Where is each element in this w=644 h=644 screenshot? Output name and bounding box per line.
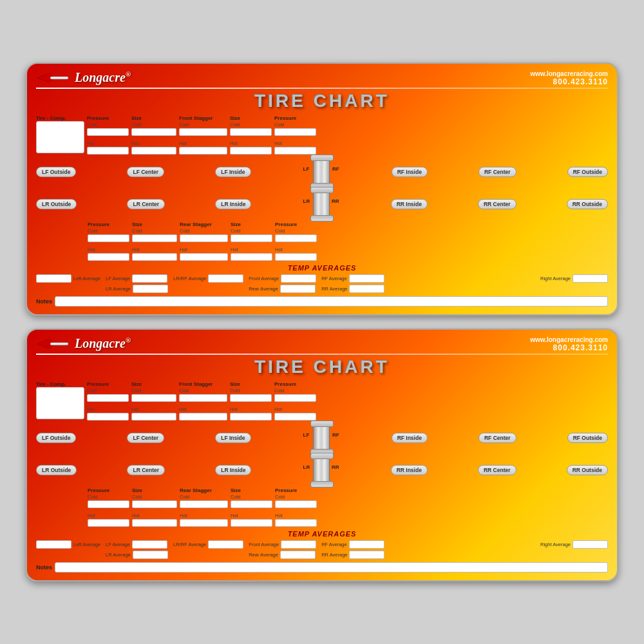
- size2-hot-label: Hot: [230, 406, 272, 412]
- lf-avg-label: LF Average: [106, 276, 130, 281]
- rear-stagger-hot-label: Hot: [180, 513, 228, 518]
- lf-center-button[interactable]: LF Center: [127, 167, 164, 177]
- rear-avg-input[interactable]: [280, 285, 316, 293]
- rr-inside-button[interactable]: RR Inside: [391, 465, 428, 475]
- card-header: Longacre® www.longacreracing.com 800.423…: [36, 70, 608, 86]
- size2-hot-input[interactable]: [230, 147, 272, 155]
- rear-size-hot-input[interactable]: [132, 519, 177, 527]
- stagger-cold-input[interactable]: [179, 394, 227, 402]
- notes-label: Notes: [36, 298, 52, 305]
- lf-outside-button[interactable]: LF Outside: [36, 167, 76, 177]
- left-avg-input[interactable]: [36, 540, 71, 549]
- size2-cold-input[interactable]: [230, 394, 272, 402]
- lf-inside-button[interactable]: LF Inside: [215, 167, 251, 177]
- rear-size2-cold-input[interactable]: [231, 500, 272, 508]
- tire-comp-input[interactable]: [36, 387, 84, 419]
- pressure2-hot-input[interactable]: [274, 147, 316, 155]
- rear-size2-hot-input[interactable]: [231, 253, 272, 261]
- stagger-hot-input[interactable]: [179, 413, 227, 421]
- size2-cold-input[interactable]: [230, 128, 272, 136]
- size-hot-label: Hot: [131, 406, 176, 412]
- lf-avg-input[interactable]: [132, 540, 167, 549]
- pressure2-label: Pressure: [274, 115, 316, 121]
- rear-size-cold-input[interactable]: [132, 500, 177, 508]
- notes-input[interactable]: [55, 562, 608, 573]
- lr-center-button[interactable]: LR Center: [127, 465, 165, 475]
- rf-inside-button[interactable]: RF Inside: [392, 433, 428, 443]
- rr-avg-input[interactable]: [349, 285, 384, 293]
- rear-stagger-hot-input[interactable]: [180, 519, 228, 527]
- rf-avg-input[interactable]: [349, 274, 384, 283]
- rf-center-button[interactable]: RF Center: [478, 433, 516, 443]
- bolt-icon: [313, 157, 330, 187]
- front-stagger-group: Front Stagger Cold Hot: [179, 381, 227, 421]
- pressure-hot-input[interactable]: [87, 147, 129, 155]
- rear-pressure-hot-input[interactable]: [88, 519, 129, 527]
- lr-outside-button[interactable]: LR Outside: [36, 465, 77, 475]
- lf-center-button[interactable]: LF Center: [127, 433, 164, 443]
- rr-outside-button[interactable]: RR Outside: [567, 465, 608, 475]
- rear-stagger-cold-input[interactable]: [180, 500, 228, 508]
- rf-outside-button[interactable]: RF Outside: [567, 433, 608, 443]
- right-avg-input[interactable]: [573, 540, 608, 549]
- right-avg-input[interactable]: [573, 274, 608, 283]
- rr-center-button[interactable]: RR Center: [478, 465, 516, 475]
- rf-outside-button[interactable]: RF Outside: [567, 167, 608, 177]
- size-hot-input[interactable]: [131, 413, 176, 421]
- stagger-cold-input[interactable]: [179, 128, 227, 136]
- pressure2-cold-input[interactable]: [274, 394, 316, 402]
- temp-averages-section: TEMP AVERAGES Left Average LF Average: [36, 530, 608, 559]
- tire-comp-input[interactable]: [36, 121, 84, 153]
- rear-size2-cold-input[interactable]: [231, 234, 272, 242]
- pressure2-hot-input[interactable]: [274, 413, 316, 421]
- rear-size-hot-input[interactable]: [132, 253, 177, 261]
- rear-pressure2-hot-input[interactable]: [275, 519, 317, 527]
- lrrf-avg-input[interactable]: [208, 540, 243, 549]
- rear-pressure2-label: Pressure: [275, 488, 317, 493]
- rear-avg-label: Rear Average: [249, 286, 278, 292]
- pressure-cold-input[interactable]: [87, 128, 129, 136]
- front-bolt-container: LF RF: [302, 157, 341, 187]
- rear-pressure2-cold-input[interactable]: [275, 234, 317, 242]
- pressure2-cold-input[interactable]: [274, 128, 316, 136]
- rear-stagger-cold-input[interactable]: [180, 234, 228, 242]
- front-avg-input[interactable]: [281, 540, 316, 549]
- size-cold-input[interactable]: [131, 394, 176, 402]
- rear-pressure2-hot-input[interactable]: [275, 253, 317, 261]
- rear-pressure-cold-input[interactable]: [88, 500, 129, 508]
- size-hot-input[interactable]: [131, 147, 176, 155]
- left-avg-input[interactable]: [36, 274, 71, 283]
- left-avg-label: Left Average: [73, 276, 100, 281]
- rear-pressure-cold-input[interactable]: [88, 234, 129, 242]
- front-avg-input[interactable]: [281, 274, 316, 283]
- rf-center-button[interactable]: RF Center: [478, 167, 516, 177]
- pressure-hot-input[interactable]: [87, 413, 129, 421]
- rear-pressure-hot-input[interactable]: [88, 253, 129, 261]
- lf-inside-button[interactable]: LF Inside: [215, 433, 251, 443]
- rear-size-cold-input[interactable]: [132, 234, 177, 242]
- rear-size2-hot-input[interactable]: [231, 519, 272, 527]
- lf-avg-input[interactable]: [132, 274, 167, 283]
- rr-inside-button[interactable]: RR Inside: [391, 199, 428, 209]
- size-cold-input[interactable]: [131, 128, 176, 136]
- lr-avg-input[interactable]: [133, 285, 168, 293]
- rr-outside-button[interactable]: RR Outside: [567, 199, 608, 209]
- lf-outside-button[interactable]: LF Outside: [36, 433, 76, 443]
- rear-avg-input[interactable]: [280, 551, 316, 559]
- rr-avg-input[interactable]: [349, 551, 384, 559]
- lr-outside-button[interactable]: LR Outside: [36, 199, 77, 209]
- lr-center-button[interactable]: LR Center: [127, 199, 165, 209]
- rf-inside-button[interactable]: RF Inside: [392, 167, 428, 177]
- stagger-hot-input[interactable]: [179, 147, 227, 155]
- rf-avg-input[interactable]: [349, 540, 384, 549]
- rear-stagger-hot-input[interactable]: [180, 253, 228, 261]
- pressure-cold-input[interactable]: [87, 394, 129, 402]
- rr-center-button[interactable]: RR Center: [478, 199, 516, 209]
- lrrf-avg-input[interactable]: [208, 274, 243, 283]
- lr-inside-button[interactable]: LR Inside: [215, 465, 251, 475]
- lr-inside-button[interactable]: LR Inside: [215, 199, 251, 209]
- size2-hot-input[interactable]: [230, 413, 272, 421]
- lr-avg-input[interactable]: [133, 551, 168, 559]
- notes-input[interactable]: [55, 296, 608, 307]
- rear-pressure2-cold-input[interactable]: [275, 500, 317, 508]
